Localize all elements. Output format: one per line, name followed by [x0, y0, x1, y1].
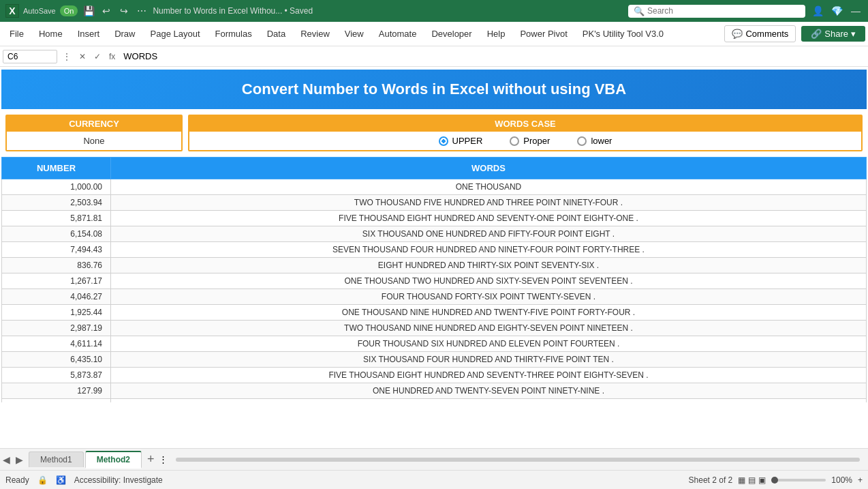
cell-words[interactable]: FIVE THOUSAND EIGHT HUNDRED AND SEVENTY-… [111, 368, 867, 383]
undo-icon[interactable]: ↩ [99, 4, 113, 18]
menu-view[interactable]: View [338, 26, 371, 42]
words-case-box: WORDS CASE UPPER Proper lower [188, 115, 863, 151]
profile-icon[interactable]: 👤 [811, 4, 824, 18]
view-page-break-icon[interactable]: ▣ [758, 475, 766, 485]
menu-review[interactable]: Review [294, 26, 337, 42]
share-button[interactable]: 🔗 Share ▾ [801, 26, 865, 42]
cell-words[interactable]: ONE THOUSAND TWO HUNDRED AND SIXTY-SEVEN… [111, 273, 867, 289]
cell-number[interactable]: 4,046.27 [2, 289, 111, 305]
autosave-toggle[interactable]: On [60, 5, 78, 16]
menu-developer[interactable]: Developer [424, 26, 478, 42]
menu-pkutility[interactable]: PK's Utility Tool V3.0 [576, 26, 670, 42]
tab-method2[interactable]: Method2 [85, 451, 142, 469]
menu-automate[interactable]: Automate [372, 26, 424, 42]
search-box[interactable]: 🔍 [628, 5, 805, 18]
tab-next[interactable]: ▶ [16, 454, 23, 465]
view-layout-icon[interactable]: ▤ [748, 475, 756, 485]
menu-home[interactable]: Home [32, 26, 69, 42]
radio-proper[interactable]: Proper [510, 136, 550, 146]
accessibility-status[interactable]: Accessibility: Investigate [74, 475, 163, 485]
document-title: Number to Words in Excel Withou... • Sav… [153, 6, 313, 16]
cell-number[interactable]: 6,154.08 [2, 226, 111, 242]
cell-number[interactable]: 7,494.43 [2, 242, 111, 258]
formula-input[interactable] [121, 50, 865, 63]
lock-icon: 🔒 [37, 475, 48, 485]
table-row: 2,503.94TWO THOUSAND FIVE HUNDRED AND TH… [2, 195, 867, 211]
tab-prev[interactable]: ◀ [3, 454, 10, 465]
table-row: 1,000.00ONE THOUSAND [2, 179, 867, 195]
cell-words[interactable]: FIVE THOUSAND SIX HUNDRED AND FIFTY-TWO … [111, 399, 867, 403]
cell-words[interactable]: ONE HUNDRED AND TWENTY-SEVEN POINT NINET… [111, 383, 867, 399]
table-row: 4,611.14FOUR THOUSAND SIX HUNDRED AND EL… [2, 336, 867, 352]
menu-draw[interactable]: Draw [108, 26, 142, 42]
search-input[interactable] [647, 6, 800, 16]
confirm-icon[interactable]: ✓ [91, 52, 104, 61]
cell-words[interactable]: SIX THOUSAND ONE HUNDRED AND FIFTY-FOUR … [111, 226, 867, 242]
menu-help[interactable]: Help [480, 26, 512, 42]
header-number: NUMBER [2, 158, 111, 179]
menu-powerpivot[interactable]: Power Pivot [513, 26, 574, 42]
save-icon[interactable]: 💾 [82, 4, 95, 18]
zoom-thumb[interactable] [771, 477, 778, 484]
cell-words[interactable]: FIVE THOUSAND EIGHT HUNDRED AND SEVENTY-… [111, 211, 867, 226]
controls-row: CURRENCY None WORDS CASE UPPER Proper lo… [0, 112, 868, 154]
radio-proper-circle [510, 136, 519, 146]
tab-method1[interactable]: Method1 [29, 451, 84, 467]
cell-words[interactable]: FOUR THOUSAND FORTY-SIX POINT TWENTY-SEV… [111, 289, 867, 305]
cell-words[interactable]: TWO THOUSAND NINE HUNDRED AND EIGHTY-SEV… [111, 321, 867, 336]
gem-icon[interactable]: 💎 [830, 4, 843, 18]
cell-words[interactable]: TWO THOUSAND FIVE HUNDRED AND THREE POIN… [111, 195, 867, 211]
more-tools-icon[interactable]: ⋯ [135, 4, 149, 18]
menu-formulas[interactable]: Formulas [208, 26, 259, 42]
comments-button[interactable]: 💬 Comments [724, 25, 796, 42]
cell-number[interactable]: 1,925.44 [2, 305, 111, 321]
cell-words[interactable]: SEVEN THOUSAND FOUR HUNDRED AND NINETY-F… [111, 242, 867, 258]
cell-words[interactable]: ONE THOUSAND NINE HUNDRED AND TWENTY-FIV… [111, 305, 867, 321]
menu-pagelayout[interactable]: Page Layout [144, 26, 207, 42]
data-table: NUMBER WORDS 1,000.00ONE THOUSAND2,503.9… [1, 157, 867, 402]
table-row: 7,494.43SEVEN THOUSAND FOUR HUNDRED AND … [2, 242, 867, 258]
function-icon[interactable]: fx [106, 52, 118, 61]
expand-icon[interactable]: ⋮ [60, 52, 74, 61]
table-row: 836.76EIGHT HUNDRED AND THIRTY-SIX POINT… [2, 258, 867, 273]
cell-reference[interactable]: C6 [3, 50, 57, 63]
horizontal-scroll-bar[interactable] [176, 458, 860, 462]
accessibility-icon: ♿ [56, 475, 66, 485]
redo-icon[interactable]: ↪ [117, 4, 131, 18]
cell-number[interactable]: 4,611.14 [2, 336, 111, 352]
radio-upper[interactable]: UPPER [439, 136, 483, 146]
table-container: NUMBER WORDS 1,000.00ONE THOUSAND2,503.9… [0, 157, 868, 402]
scroll-options-icon[interactable]: ⋮ [159, 454, 168, 464]
zoom-bar[interactable] [771, 479, 826, 481]
cell-number[interactable]: 1,000.00 [2, 179, 111, 195]
table-header-row: NUMBER WORDS [2, 158, 867, 179]
zoom-in-icon[interactable]: + [858, 475, 863, 485]
radio-lower[interactable]: lower [577, 136, 612, 146]
menu-insert[interactable]: Insert [71, 26, 107, 42]
cancel-icon[interactable]: ✕ [76, 52, 89, 61]
menu-file[interactable]: File [3, 26, 31, 42]
cell-words[interactable]: ONE THOUSAND [111, 179, 867, 195]
cell-words[interactable]: SIX THOUSAND FOUR HUNDRED AND THIRTY-FIV… [111, 352, 867, 368]
cell-number[interactable]: 5,652.33 [2, 399, 111, 403]
view-normal-icon[interactable]: ▦ [738, 475, 745, 485]
menu-data[interactable]: Data [260, 26, 292, 42]
cell-number[interactable]: 836.76 [2, 258, 111, 273]
title-bar: X AutoSave On 💾 ↩ ↪ ⋯ Number to Words in… [0, 0, 868, 22]
minimize-icon[interactable]: — [849, 4, 863, 18]
add-sheet-button[interactable]: + [143, 452, 159, 466]
cell-number[interactable]: 5,871.81 [2, 211, 111, 226]
cell-words[interactable]: EIGHT HUNDRED AND THIRTY-SIX POINT SEVEN… [111, 258, 867, 273]
cell-number[interactable]: 6,435.10 [2, 352, 111, 368]
cell-number[interactable]: 5,873.87 [2, 368, 111, 383]
cell-number[interactable]: 1,267.17 [2, 273, 111, 289]
table-row: 6,435.10SIX THOUSAND FOUR HUNDRED AND TH… [2, 352, 867, 368]
cell-number[interactable]: 2,503.94 [2, 195, 111, 211]
cell-number[interactable]: 127.99 [2, 383, 111, 399]
radio-upper-label: UPPER [452, 136, 483, 146]
cell-words[interactable]: FOUR THOUSAND SIX HUNDRED AND ELEVEN POI… [111, 336, 867, 352]
currency-value[interactable]: None [7, 132, 181, 150]
table-row: 127.99ONE HUNDRED AND TWENTY-SEVEN POINT… [2, 383, 867, 399]
cell-number[interactable]: 2,987.19 [2, 321, 111, 336]
scroll-area: ⋮ [159, 454, 865, 464]
